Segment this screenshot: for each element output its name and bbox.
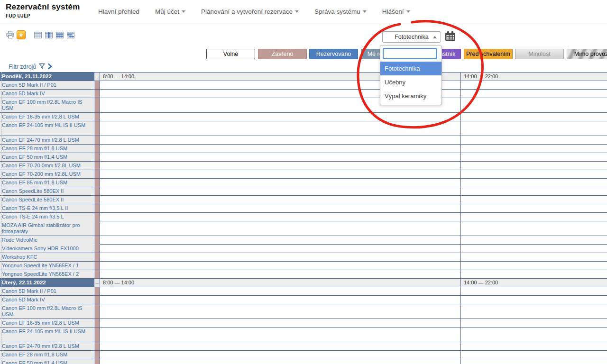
resource-name[interactable]: Canon EF 85 mm f/1,8 USM [0,179,94,187]
slot-8-14[interactable] [100,121,461,136]
slot-8-14[interactable] [100,304,461,319]
collapse-column-toggle[interactable]: – [94,279,100,287]
slot-8-14[interactable] [100,136,461,145]
resource-name[interactable]: Workshop KFC [0,253,94,262]
slot-8-14[interactable] [100,213,461,221]
resource-name[interactable]: MOZA AIR Gimbal stabilizátor pro fotoapa… [0,221,94,236]
slot-8-14[interactable] [100,287,461,296]
resource-name[interactable]: Canon EF 100 mm f/2.8L Macro IS USM [0,304,94,319]
slot-14-22[interactable] [461,221,607,236]
slot-14-22[interactable] [461,319,607,328]
slot-8-14[interactable] [100,221,461,236]
slot-14-22[interactable] [461,342,607,351]
slot-14-22[interactable] [461,304,607,319]
slot-14-22[interactable] [461,98,607,113]
slot-14-22[interactable] [461,213,607,221]
resource-name[interactable]: Canon EF 100 mm f/2.8L Macro IS USM [0,98,94,113]
slot-14-22[interactable] [461,253,607,262]
slot-8-14[interactable] [100,359,461,364]
resource-name[interactable]: Canon 5D Mark IV [0,90,94,98]
slot-14-22[interactable] [461,153,607,162]
legend-pending-button[interactable]: Před schválením [464,49,513,59]
resource-name[interactable]: Canon SpeedLite 580EX II [0,196,94,204]
resource-name[interactable]: Canon EF 24-105 mm f4L IS II USM [0,121,94,136]
resource-name[interactable]: Canon EF 28 mm f/1,8 USM [0,351,94,359]
slot-14-22[interactable] [461,270,607,279]
resource-name[interactable]: Canon 5D Mark IV [0,296,94,304]
slot-14-22[interactable] [461,170,607,179]
resource-name[interactable]: Canon EF 16-35 mm f/2,8 L USM [0,319,94,328]
slot-14-22[interactable] [461,296,607,304]
resource-name[interactable]: Videokamera Sony HDR-FX1000 [0,245,94,253]
resource-name[interactable]: Rode VideoMic [0,236,94,245]
slot-14-22[interactable] [461,90,607,98]
slot-8-14[interactable] [100,262,461,270]
slot-8-14[interactable] [100,162,461,170]
collapse-column-toggle[interactable]: – [94,73,100,81]
slot-14-22[interactable] [461,262,607,270]
dropdown-search-input[interactable] [383,48,437,59]
slot-8-14[interactable] [100,245,461,253]
slot-8-14[interactable] [100,187,461,196]
slot-14-22[interactable] [461,359,607,364]
nav-item-0[interactable]: Hlavní přehled [98,8,139,15]
table-view-icon[interactable] [33,30,42,39]
resource-name[interactable]: Canon EF 70-20 0mm f/2.8L USM [0,162,94,170]
print-icon[interactable] [6,30,15,39]
slot-14-22[interactable] [461,136,607,145]
filter-funnel-icon[interactable] [39,63,45,71]
dropdown-option-1[interactable]: Učebny [380,75,441,89]
slot-14-22[interactable] [461,351,607,359]
slot-8-14[interactable] [100,328,461,342]
resource-name[interactable]: Yongnuo SpeedLite YN565EX / 1 [0,262,94,270]
slot-14-22[interactable] [461,145,607,153]
slot-14-22[interactable] [461,187,607,196]
table-column-view-icon[interactable] [44,30,53,39]
resource-name[interactable]: Canon EF 24-70 mm f/2.8 L USM [0,136,94,145]
slot-14-22[interactable] [461,196,607,204]
nav-item-2[interactable]: Plánování a vytvoření rezervace [201,8,299,15]
resource-group-select[interactable]: Fototechnika [382,31,441,43]
slot-8-14[interactable] [100,319,461,328]
calendar-icon[interactable] [445,31,456,43]
slot-8-14[interactable] [100,270,461,279]
slot-8-14[interactable] [100,204,461,213]
slot-8-14[interactable] [100,179,461,187]
resource-filter-toggle[interactable]: Filtr zdrojů [9,63,52,71]
resource-name[interactable]: Canon EF 70-200 mm f/2.8L USM [0,170,94,179]
slot-8-14[interactable] [100,296,461,304]
resource-name[interactable]: Canon EF 16-35 mm f/2,8 L USM [0,113,94,121]
resource-name[interactable]: Yongnuo SpeedLite YN565EX / 2 [0,270,94,279]
table-merged-view-icon[interactable] [66,30,75,39]
resource-name[interactable]: Canon EF 28 mm f/1,8 USM [0,145,94,153]
dropdown-option-0[interactable]: Fototechnika [380,62,441,75]
legend-closed-button[interactable]: Zavřeno [258,49,307,59]
slot-8-14[interactable] [100,170,461,179]
slot-14-22[interactable] [461,287,607,296]
resource-name[interactable]: Canon TS-E 24 mm f/3.5 L [0,213,94,221]
resource-name[interactable]: Canon EF 24-105 mm f4L IS II USM [0,328,94,342]
expand-chevron-icon[interactable] [48,64,52,71]
slot-14-22[interactable] [461,81,607,90]
legend-reserved-button[interactable]: Rezervováno [309,49,358,59]
slot-14-22[interactable] [461,204,607,213]
dropdown-option-2[interactable]: Výpal keramiky [380,89,441,103]
slot-14-22[interactable] [461,328,607,342]
nav-item-1[interactable]: Můj účet [155,8,185,15]
table-rows-view-icon[interactable] [55,30,64,39]
slot-8-14[interactable] [100,236,461,245]
resource-name[interactable]: Canon EF 50 mm f/1,4 USM [0,153,94,162]
nav-item-3[interactable]: Správa systému [314,8,367,15]
resource-name[interactable]: Canon 5D Mark II / P01 [0,81,94,90]
slot-8-14[interactable] [100,113,461,121]
slot-14-22[interactable] [461,236,607,245]
resource-name[interactable]: Canon EF 50 mm f/1,4 USM [0,359,94,364]
nav-item-4[interactable]: Hlášení [382,8,410,15]
favorite-star-icon[interactable]: ★ [17,30,26,39]
slot-14-22[interactable] [461,121,607,136]
slot-14-22[interactable] [461,245,607,253]
slot-8-14[interactable] [100,145,461,153]
slot-8-14[interactable] [100,351,461,359]
resource-name[interactable]: Canon EF 24-70 mm f/2.8 L USM [0,342,94,351]
legend-past-button[interactable]: Minulost [515,49,564,59]
